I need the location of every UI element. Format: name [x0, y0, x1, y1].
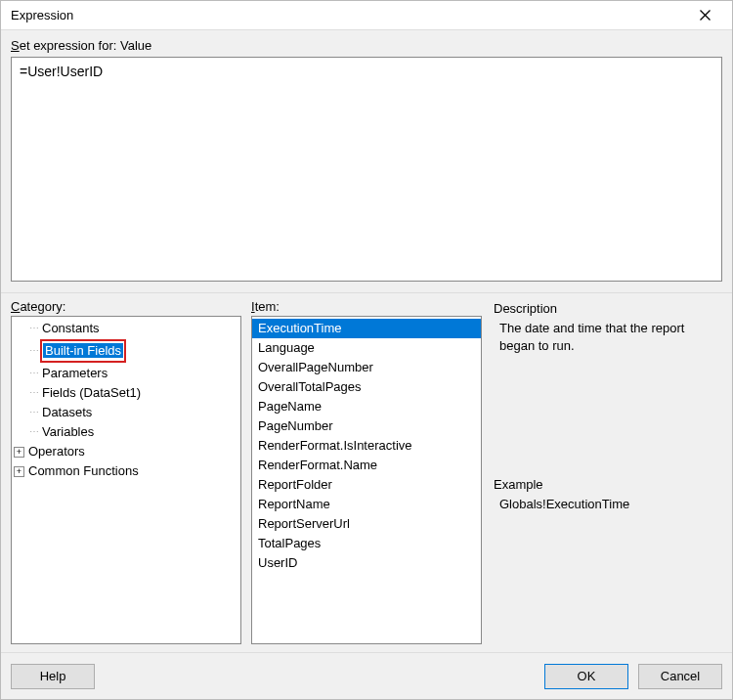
- window-title: Expression: [9, 8, 73, 22]
- list-item[interactable]: OverallTotalPages: [252, 377, 481, 397]
- tree-label: Fields (DataSet1): [40, 384, 143, 402]
- tree-row[interactable]: ⋯Fields (DataSet1): [12, 383, 240, 403]
- tree-row[interactable]: ⋯Built-in Fields: [12, 338, 240, 364]
- tree-tick-icon: ⋯: [26, 404, 40, 421]
- item-list[interactable]: ExecutionTimeLanguageOverallPageNumberOv…: [251, 316, 482, 644]
- tree-tick-icon: ⋯: [26, 320, 40, 337]
- tree-row[interactable]: +Operators: [12, 442, 240, 461]
- list-item[interactable]: RenderFormat.Name: [252, 456, 481, 475]
- tree-row[interactable]: ⋯Variables: [12, 422, 240, 442]
- tree-expander-icon: [14, 408, 24, 418]
- description-body: The date and time that the report began …: [494, 320, 720, 354]
- tree-expander-icon: [14, 369, 24, 379]
- category-label: Category:: [11, 299, 241, 316]
- example-panel: Example Globals!ExecutionTime: [492, 475, 722, 645]
- close-icon: [700, 10, 711, 21]
- list-item[interactable]: TotalPages: [252, 534, 481, 553]
- tree-expander-icon: [14, 427, 24, 438]
- tree-label: Variables: [40, 423, 96, 441]
- example-body: Globals!ExecutionTime: [494, 496, 720, 513]
- list-item[interactable]: Language: [252, 338, 481, 358]
- browser-section: Category: ⋯Constants⋯Built-in Fields⋯Par…: [1, 293, 732, 652]
- tree-row[interactable]: ⋯Datasets: [12, 403, 240, 422]
- example-header: Example: [494, 477, 720, 492]
- close-button[interactable]: [685, 2, 724, 29]
- tree-expander-icon: [14, 346, 24, 357]
- list-item[interactable]: OverallPageNumber: [252, 358, 481, 377]
- tree-label: Built-in Fields: [43, 343, 123, 358]
- help-button[interactable]: Help: [11, 664, 95, 689]
- cancel-button[interactable]: Cancel: [638, 664, 722, 689]
- highlight-box: Built-in Fields: [40, 339, 126, 363]
- set-expression-label: Set expression for: Value: [11, 36, 722, 57]
- tree-expander-icon[interactable]: +: [14, 466, 24, 477]
- tree-tick-icon: ⋯: [26, 342, 40, 360]
- tree-label: Parameters: [40, 365, 109, 382]
- tree-expander-icon: [14, 324, 24, 334]
- expression-dialog: Expression Set expression for: Value Cat…: [0, 0, 733, 700]
- tree-row[interactable]: ⋯Constants: [12, 319, 240, 338]
- ok-button[interactable]: OK: [544, 664, 628, 689]
- item-label: Item:: [251, 299, 482, 316]
- list-item[interactable]: UserID: [252, 553, 481, 573]
- list-item[interactable]: PageNumber: [252, 416, 481, 436]
- titlebar: Expression: [1, 1, 732, 30]
- tree-tick-icon: ⋯: [26, 384, 40, 402]
- tree-label: Operators: [26, 443, 87, 460]
- category-column: Category: ⋯Constants⋯Built-in Fields⋯Par…: [11, 299, 241, 644]
- description-header: Description: [494, 301, 720, 316]
- item-column: Item: ExecutionTimeLanguageOverallPageNu…: [251, 299, 482, 644]
- list-item[interactable]: ReportFolder: [252, 475, 481, 495]
- category-tree[interactable]: ⋯Constants⋯Built-in Fields⋯Parameters⋯Fi…: [11, 316, 241, 644]
- list-item[interactable]: PageName: [252, 397, 481, 416]
- footer-right-group: OK Cancel: [544, 664, 722, 689]
- tree-row[interactable]: ⋯Parameters: [12, 364, 240, 383]
- tree-row[interactable]: +Common Functions: [12, 461, 240, 481]
- tree-expander-icon[interactable]: +: [14, 447, 24, 458]
- list-item[interactable]: ReportServerUrl: [252, 514, 481, 534]
- tree-tick-icon: ⋯: [26, 365, 40, 382]
- tree-expander-icon: [14, 388, 24, 399]
- description-panel: Description The date and time that the r…: [492, 299, 722, 469]
- dialog-footer: Help OK Cancel: [1, 652, 732, 699]
- tree-label: Common Functions: [26, 462, 141, 480]
- list-item[interactable]: ExecutionTime: [252, 319, 481, 338]
- list-item[interactable]: ReportName: [252, 495, 481, 514]
- list-item[interactable]: RenderFormat.IsInteractive: [252, 436, 481, 456]
- tree-label: Constants: [40, 320, 102, 337]
- info-column: Description The date and time that the r…: [492, 299, 722, 644]
- expression-edit-section: Set expression for: Value: [1, 30, 732, 293]
- tree-tick-icon: ⋯: [26, 423, 40, 441]
- expression-input[interactable]: [11, 57, 722, 282]
- tree-label: Datasets: [40, 404, 94, 421]
